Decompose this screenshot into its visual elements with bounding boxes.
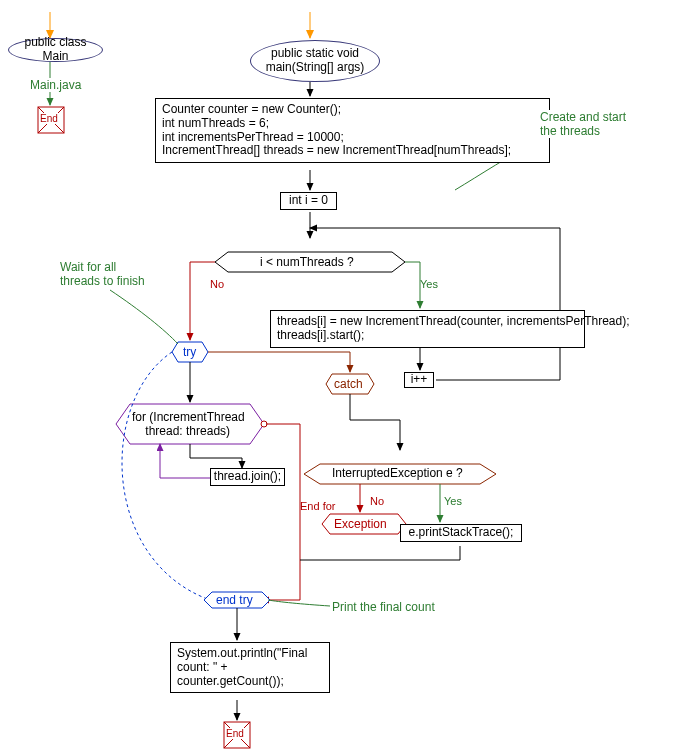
comment-print-final: Print the final count xyxy=(332,600,435,614)
no-label-2: No xyxy=(370,495,384,507)
no-label-1: No xyxy=(210,278,224,290)
loop-body-box: threads[i] = new IncrementThread(counter… xyxy=(270,310,585,348)
endtry-label: end try xyxy=(216,593,253,607)
method-decl-node: public static void main(String[] args) xyxy=(250,40,380,82)
class-decl-node: public class Main xyxy=(8,38,103,62)
catch-cond-text: InterruptedException e ? xyxy=(332,466,463,480)
end-label-left: End xyxy=(40,113,58,124)
class-decl-text: public class Main xyxy=(13,36,98,64)
init-block: Counter counter = new Counter(); int num… xyxy=(155,98,550,163)
comment-create-start: Create and start the threads xyxy=(540,110,626,138)
incr-box: i++ xyxy=(404,372,434,388)
join-box: thread.join(); xyxy=(210,468,285,486)
try-label: try xyxy=(183,345,196,359)
for-each-label: for (IncrementThread thread: threads) xyxy=(132,410,245,438)
condition-text: i < numThreads ? xyxy=(260,255,354,269)
catch-body-box: e.printStackTrace(); xyxy=(400,524,522,542)
end-label-main: End xyxy=(226,728,244,739)
print-box: System.out.println("Final count: " + cou… xyxy=(170,642,330,693)
comment-wait-all: Wait for all threads to finish xyxy=(60,260,145,288)
exception-label: Exception xyxy=(334,517,387,531)
method-decl-text: public static void main(String[] args) xyxy=(266,47,365,75)
class-file-comment: Main.java xyxy=(30,78,81,92)
yes-label-1: Yes xyxy=(420,278,438,290)
comment-end-for: End for xyxy=(300,500,335,512)
catch-label: catch xyxy=(334,377,363,391)
loop-init-box: int i = 0 xyxy=(280,192,337,210)
yes-label-2: Yes xyxy=(444,495,462,507)
